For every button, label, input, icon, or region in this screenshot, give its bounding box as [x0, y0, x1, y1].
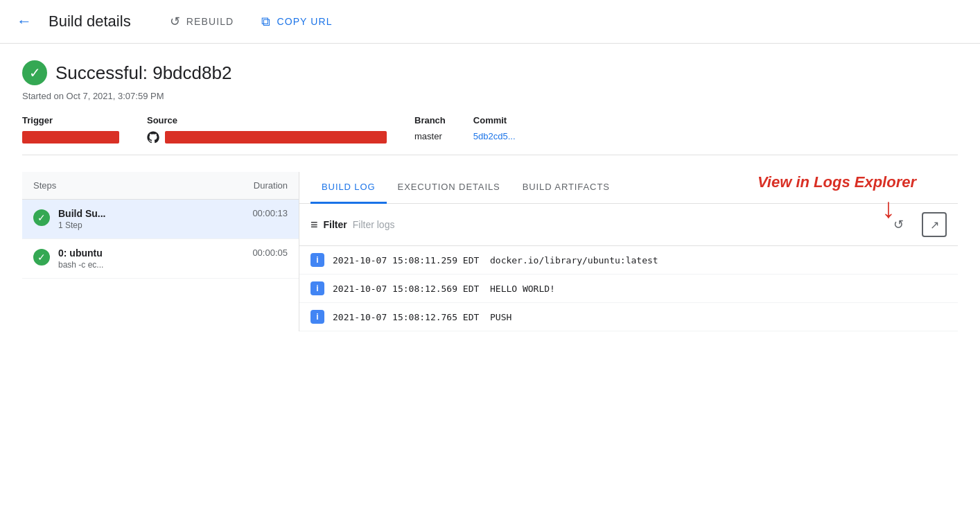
branch-label: Branch [414, 115, 446, 125]
header-actions: ↺ REBUILD ⧉ COPY URL [164, 11, 338, 32]
build-meta: Trigger Source Branch master Commit 5db2… [22, 115, 958, 155]
log-text: 2021-10-07 15:08:12.569 EDT HELLO WORLD! [333, 284, 555, 294]
meta-trigger: Trigger [22, 115, 119, 144]
rebuild-label: REBUILD [186, 16, 234, 27]
commit-label: Commit [473, 115, 516, 125]
back-button[interactable]: ← [17, 12, 32, 31]
main-content: ✓ Successful: 9bdcd8b2 Started on Oct 7,… [0, 44, 980, 348]
build-status-row: ✓ Successful: 9bdcd8b2 [22, 60, 958, 85]
log-text: 2021-10-07 15:08:11.259 EDT docker.io/li… [333, 255, 658, 266]
rebuild-button[interactable]: ↺ REBUILD [164, 11, 240, 32]
branch-value: master [414, 131, 446, 141]
tab-execution-details[interactable]: EXECUTION DETAILS [387, 172, 511, 204]
steps-col-label: Steps [33, 180, 56, 191]
tabs-bar: BUILD LOG EXECUTION DETAILS BUILD ARTIFA… [299, 172, 958, 204]
trigger-label: Trigger [22, 115, 119, 125]
back-icon: ← [17, 12, 32, 31]
log-entry: i 2021-10-07 15:08:11.259 EDT docker.io/… [299, 246, 958, 275]
copy-url-button[interactable]: ⧉ COPY URL [256, 12, 338, 32]
steps-panel: Steps Duration ✓ Build Su... 1 Step 00:0… [22, 172, 299, 331]
content-area: Steps Duration ✓ Build Su... 1 Step 00:0… [22, 172, 958, 331]
rebuild-icon: ↺ [170, 14, 181, 29]
open-in-new-tab-button[interactable]: ↗ [922, 212, 947, 237]
step-info: Build Su... 1 Step [58, 208, 244, 230]
log-entry: i 2021-10-07 15:08:12.569 EDT HELLO WORL… [299, 275, 958, 303]
meta-branch: Branch master [414, 115, 446, 141]
source-value [165, 131, 387, 144]
step-duration: 00:00:13 [252, 208, 288, 218]
build-title: Successful: 9bdcd8b2 [55, 62, 231, 84]
filter-bar: ≡ Filter Filter logs ↺ ↗ [299, 204, 958, 246]
page-title: Build details [49, 12, 131, 31]
steps-header: Steps Duration [22, 172, 299, 200]
filter-label: Filter [324, 219, 347, 230]
right-panel: View in Logs Explorer ↓ BUILD LOG EXECUT… [299, 172, 958, 331]
step-sub: 1 Step [58, 220, 244, 230]
log-entries: i 2021-10-07 15:08:11.259 EDT docker.io/… [299, 246, 958, 331]
source-label: Source [147, 115, 387, 125]
log-text: 2021-10-07 15:08:12.765 EDT PUSH [333, 312, 511, 322]
step-name: Build Su... [58, 208, 244, 219]
step-success-icon: ✓ [33, 249, 50, 266]
meta-source: Source [147, 115, 387, 144]
filter-right: ↺ ↗ [886, 212, 947, 237]
check-icon: ✓ [37, 212, 46, 223]
step-item[interactable]: ✓ 0: ubuntu bash -c ec... 00:00:05 [22, 239, 299, 279]
refresh-icon: ↺ [893, 217, 904, 232]
tab-build-log[interactable]: BUILD LOG [310, 172, 387, 204]
duration-col-label: Duration [254, 180, 288, 191]
step-name: 0: ubuntu [58, 247, 244, 259]
log-info-badge: i [310, 310, 324, 324]
filter-placeholder: Filter logs [353, 219, 395, 230]
log-info-badge: i [310, 253, 324, 267]
commit-value[interactable]: 5db2cd5... [473, 131, 516, 141]
meta-commit: Commit 5db2cd5... [473, 115, 516, 141]
filter-icon: ≡ [310, 218, 318, 232]
page-header: ← Build details ↺ REBUILD ⧉ COPY URL [0, 0, 980, 44]
log-info-badge: i [310, 281, 324, 295]
step-duration: 00:00:05 [252, 247, 288, 258]
trigger-value [22, 131, 119, 144]
filter-left: ≡ Filter Filter logs [310, 218, 394, 232]
step-sub: bash -c ec... [58, 260, 244, 270]
step-item[interactable]: ✓ Build Su... 1 Step 00:00:13 [22, 200, 299, 239]
refresh-button[interactable]: ↺ [886, 212, 911, 237]
copy-url-icon: ⧉ [261, 15, 271, 29]
success-icon: ✓ [22, 60, 47, 85]
step-info: 0: ubuntu bash -c ec... [58, 247, 244, 270]
tab-build-artifacts[interactable]: BUILD ARTIFACTS [511, 172, 621, 204]
check-icon: ✓ [37, 252, 46, 263]
external-link-icon: ↗ [930, 218, 939, 232]
build-started: Started on Oct 7, 2021, 3:07:59 PM [22, 91, 958, 101]
github-icon [147, 131, 159, 144]
log-entry: i 2021-10-07 15:08:12.765 EDT PUSH [299, 303, 958, 331]
check-icon: ✓ [29, 64, 41, 81]
step-success-icon: ✓ [33, 209, 50, 226]
source-row [147, 131, 387, 144]
copy-url-label: COPY URL [277, 16, 332, 27]
